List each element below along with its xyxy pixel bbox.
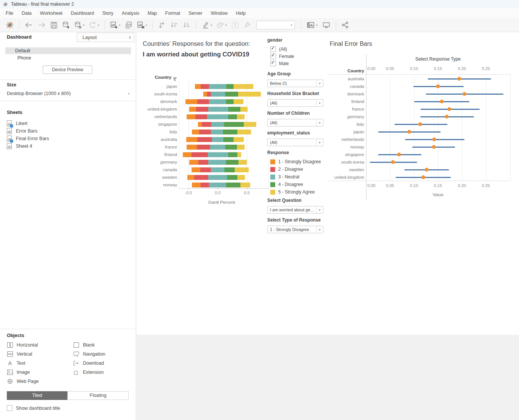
- errorbar-dot[interactable]: [432, 145, 436, 149]
- object-item-label: Image: [17, 370, 30, 375]
- sort-ascending-icon[interactable]: [170, 21, 178, 29]
- share-icon[interactable]: [341, 21, 349, 29]
- show-me-icon[interactable]: ▾: [307, 21, 318, 29]
- dropdown-caret-icon[interactable]: ▾: [210, 23, 212, 27]
- swap-axes-icon[interactable]: [158, 21, 166, 29]
- sheet-item-error-bars[interactable]: Error Bars: [7, 127, 128, 135]
- device-item-default[interactable]: Default: [5, 47, 131, 54]
- errorbar-dot[interactable]: [418, 122, 422, 126]
- object-item-extension[interactable]: Extension: [73, 368, 104, 376]
- errorbar-row-label[interactable]: united-kingdom: [311, 175, 364, 180]
- errorbar-dot[interactable]: [457, 77, 461, 81]
- object-item-navigation[interactable]: Navigation: [73, 350, 105, 358]
- fit-selector[interactable]: ▾: [256, 21, 295, 30]
- object-item-blank[interactable]: Blank: [73, 341, 95, 349]
- dropdown-caret-icon[interactable]: ▾: [146, 23, 147, 27]
- errorbar-row-label[interactable]: finland: [311, 99, 364, 104]
- errorbar-dot[interactable]: [397, 153, 401, 156]
- errorbar-dot[interactable]: [447, 107, 451, 111]
- undo-icon[interactable]: [25, 22, 33, 28]
- errorbar-row-label[interactable]: australia: [311, 76, 364, 81]
- save-icon[interactable]: [50, 22, 58, 29]
- object-item-download[interactable]: Download: [73, 359, 104, 367]
- dropdown-caret-icon[interactable]: ▾: [291, 23, 292, 27]
- errorbar-dot[interactable]: [445, 115, 449, 119]
- errorbar-row-label[interactable]: south-korea: [311, 159, 364, 165]
- menu-map[interactable]: Map: [143, 8, 161, 18]
- sheet-item-sheet-4[interactable]: Sheet 4: [7, 142, 128, 150]
- errorbar-dot[interactable]: [432, 137, 436, 141]
- object-item-web-page[interactable]: Web Page: [7, 378, 39, 385]
- highlight-icon[interactable]: ▾: [202, 21, 212, 29]
- object-item-vertical[interactable]: Vertical: [7, 350, 32, 358]
- dropdown-caret-icon[interactable]: ▾: [83, 23, 84, 27]
- object-item-horizontal[interactable]: Horizontal: [7, 341, 38, 349]
- errorbar-dot[interactable]: [436, 84, 440, 88]
- new-worksheet-icon[interactable]: ▾: [110, 21, 120, 29]
- pin-icon[interactable]: [243, 21, 251, 29]
- errorbar-row-label[interactable]: sweden: [311, 167, 364, 172]
- errorbar-row-label[interactable]: denmark: [311, 91, 364, 97]
- bottom-x-tick-label: 0.20: [454, 183, 469, 188]
- menu-help[interactable]: Help: [232, 8, 250, 18]
- errorbar-row-label[interactable]: japan: [311, 129, 364, 134]
- errorbar-dot[interactable]: [421, 175, 425, 179]
- redo-icon[interactable]: [37, 22, 46, 28]
- dropdown-caret-icon[interactable]: ▾: [225, 23, 227, 27]
- vertical-icon: [7, 351, 13, 357]
- show-dashboard-title-checkbox[interactable]: [7, 405, 12, 411]
- errorbar-row-label[interactable]: canada: [311, 84, 364, 89]
- gridline: [414, 74, 415, 181]
- device-preview-button[interactable]: Device Preview: [43, 66, 92, 74]
- errorbar-row-label[interactable]: netherlands: [311, 137, 364, 142]
- errorbar-row-label[interactable]: norway: [311, 144, 364, 150]
- menu-data[interactable]: Data: [17, 8, 36, 18]
- object-item-text[interactable]: AText: [7, 359, 25, 367]
- tab-layout[interactable]: Layout ▲▼: [77, 33, 134, 42]
- sheet-item-final-error-bars[interactable]: ✓Final Error Bars: [7, 135, 128, 142]
- gridline: [462, 74, 462, 181]
- worksheet-icon: ✓: [7, 136, 12, 142]
- dropdown-caret-icon[interactable]: ▾: [98, 23, 99, 27]
- top-x-tick-label: 0.20: [454, 66, 469, 71]
- sheets-header: Sheets: [7, 110, 22, 115]
- tab-dashboard[interactable]: Dashboard: [7, 34, 31, 40]
- pause-auto-updates-icon[interactable]: ▾: [74, 21, 84, 29]
- menu-format[interactable]: Format: [161, 8, 184, 18]
- menu-analysis[interactable]: Analysis: [117, 8, 143, 18]
- menu-dashboard[interactable]: Dashboard: [67, 8, 98, 18]
- errorbar-row-label[interactable]: singapore: [311, 152, 364, 157]
- errorbar-row-label[interactable]: france: [311, 106, 364, 112]
- errorbars-plot: 0.000.000.050.050.100.100.150.150.200.20…: [137, 32, 519, 420]
- menu-story[interactable]: Story: [98, 8, 117, 18]
- size-select[interactable]: Desktop Browser (1000 x 800) ▾: [7, 90, 129, 97]
- tableau-logo-toolbar-icon[interactable]: [6, 21, 14, 29]
- errorbar-dot[interactable]: [463, 92, 466, 96]
- text-label-icon[interactable]: T: [231, 21, 239, 29]
- show-dashboard-title-row[interactable]: Show dashboard title: [7, 405, 60, 411]
- new-data-source-icon[interactable]: [62, 21, 70, 29]
- errorbar-row-label[interactable]: italy: [311, 122, 364, 127]
- menu-window[interactable]: Window: [207, 8, 232, 18]
- menu-file[interactable]: File: [2, 8, 17, 18]
- presentation-mode-icon[interactable]: [322, 21, 330, 29]
- menu-worksheet[interactable]: Worksheet: [36, 8, 67, 18]
- menu-server[interactable]: Server: [184, 8, 207, 18]
- format-copy-icon[interactable]: ▾: [217, 21, 227, 29]
- errorbar-dot[interactable]: [407, 130, 411, 134]
- errorbar-dot[interactable]: [425, 168, 429, 172]
- tiled-button[interactable]: Tiled: [7, 391, 67, 400]
- clear-sheet-icon[interactable]: ▾: [137, 21, 147, 29]
- floating-button[interactable]: Floating: [67, 391, 129, 400]
- duplicate-sheet-icon[interactable]: [125, 21, 132, 29]
- device-item-phone[interactable]: Phone: [5, 55, 131, 61]
- object-item-image[interactable]: Image: [7, 368, 30, 376]
- errorbar-dot[interactable]: [440, 100, 444, 103]
- refresh-icon[interactable]: ▾: [89, 21, 99, 29]
- sort-descending-icon[interactable]: [183, 21, 191, 29]
- dropdown-caret-icon[interactable]: ▾: [119, 23, 120, 27]
- dropdown-caret-icon[interactable]: ▾: [316, 23, 318, 27]
- errorbar-dot[interactable]: [391, 160, 395, 164]
- sheet-item-likert[interactable]: ✓Likert: [7, 120, 128, 127]
- errorbar-row-label[interactable]: germany: [311, 114, 364, 119]
